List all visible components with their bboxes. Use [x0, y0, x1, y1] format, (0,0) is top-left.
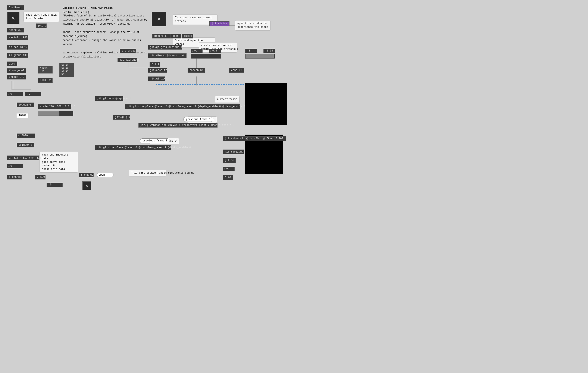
jit-gl-videoplane-2-node: jit.gl.videoplane @layer 2 @transform_re…	[125, 104, 240, 109]
serial-node[interactable]: serial c 9600	[7, 35, 28, 40]
unpack-node: unpack 0 0	[7, 75, 26, 80]
num-float-2[interactable]: 0.	[245, 49, 257, 53]
qmetro-node[interactable]: qmetro 5	[152, 34, 171, 39]
jit-absdiff-node: jit.absdiff	[148, 68, 167, 73]
loadbang-1: loadbang	[7, 5, 24, 10]
num-int-2[interactable]: 0	[25, 92, 41, 96]
random-sounds-comment: This part create random electronic sound…	[129, 170, 166, 176]
jit-3m-node: jit.3m	[223, 158, 236, 163]
jit-rgb2luma-node: jit.rgb2luma	[223, 150, 244, 154]
multiline-node: 51 48 51 49 32 45 50	[59, 63, 74, 77]
s-change-node: s change	[7, 175, 21, 179]
prev-frame-0-node: previous frame 0	[140, 138, 170, 143]
current-frame-comment: current frame	[215, 96, 240, 103]
print-node: print	[36, 23, 47, 28]
r-change-node: r change	[79, 173, 94, 177]
jit-gl-pix-1-node: jit.gl.pix	[148, 76, 165, 81]
zl-group-node: zl group 1000	[7, 53, 28, 58]
val-3031-node: 3031 -2	[38, 78, 52, 83]
x-button-video[interactable]: ✕	[152, 12, 166, 26]
num-int-1[interactable]: 0	[7, 92, 23, 96]
num-10000[interactable]: 10000	[17, 134, 35, 138]
select-node[interactable]: select 13 10	[7, 45, 28, 50]
div-500-node: / 500	[35, 175, 45, 179]
jit-submatrix-node: jit.submatrix @dim 480 1 @offset 0 200	[223, 136, 286, 141]
loadbang-2: loadbang	[17, 103, 34, 107]
if-node: if $i1 > $i2 then $i1	[7, 155, 39, 160]
jit-gl-render-node: jit.gl.render	[117, 58, 137, 62]
num-float-1[interactable]: 0.	[191, 49, 203, 53]
trigger-node: trigger b i	[17, 143, 34, 147]
open-window-comment: open this window to experience the piece	[235, 20, 271, 31]
val-10000: 10000	[17, 113, 28, 118]
arduino-comment: This part reads data from Arduino	[23, 12, 59, 22]
num-0-5[interactable]: 0	[7, 164, 23, 168]
jit-gl-node-node: jit.gl.node @capture 1	[95, 96, 123, 101]
prev-frame-1-node: previous frame 1	[183, 117, 213, 122]
jit-window-node[interactable]: jit.window	[210, 21, 230, 26]
x-button-audio[interactable]: ✕	[82, 181, 91, 190]
jit-gl-videoplane-0-node: jit.gl.videoplane @layer 0 @transform_re…	[95, 145, 171, 150]
mul-20-node: * 20	[223, 175, 233, 180]
num-float-04[interactable]: 0.4	[209, 49, 221, 53]
scale-node[interactable]: scale 200. 600. 0.4 0.5	[38, 104, 71, 109]
fromsymbol-node: fromsymbol	[7, 68, 26, 73]
open-obj-node[interactable]: Open	[97, 173, 114, 177]
jit-gl-videoplane-1-node: jit.gl.videoplane @layer 1 @transform_re…	[138, 123, 218, 127]
num-0-bottom[interactable]: 0	[47, 183, 63, 187]
patch-description: 'Useless Future' is an audio-visual inte…	[63, 14, 152, 59]
jit-gl-pix-2-node: jit.gl.pix	[113, 115, 130, 120]
jit-dimmap-node: jit.dimmap @invert 1 0	[148, 53, 187, 58]
tll-node: t l l	[149, 62, 160, 67]
echo-node: echo $1	[229, 68, 244, 73]
metro-node[interactable]: metro 33	[7, 28, 24, 32]
threshold-comment: When the incoming data goes above this n…	[40, 152, 78, 173]
str-3031-node: "3031 -2"	[38, 66, 52, 73]
num-float-bottom[interactable]: 0.	[223, 167, 235, 171]
close-btn[interactable]: close	[182, 34, 193, 39]
thresh-node: thresh $1	[188, 68, 205, 73]
num-float-096[interactable]: 0.96	[263, 49, 275, 53]
open-btn[interactable]: open	[170, 34, 181, 39]
patch-title: Useless Future - Max/MSP Patch Peilu Che…	[63, 6, 113, 14]
tb-erase-node: t b erase	[120, 49, 136, 53]
itoa-node: itoa	[7, 62, 17, 66]
x-button-1[interactable]: ✕	[7, 12, 20, 24]
preview-rect-1	[245, 83, 287, 125]
jit-qt-grab-node: jit.qt.grab @unique 1	[148, 45, 182, 50]
